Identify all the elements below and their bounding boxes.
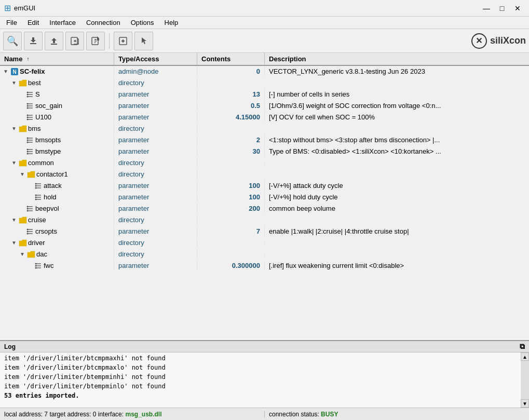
menu-item-interface[interactable]: Interface [45,18,80,28]
cell-name-bms: ▼bms [0,124,114,134]
param-icon [26,113,34,121]
table-row[interactable]: beepvolparameter200common beep volume [0,203,529,214]
table-row[interactable]: ▼bestdirectory [0,77,529,89]
svg-point-23 [27,116,29,118]
toolbar-separator [109,33,110,49]
menu-item-help[interactable]: Help [160,18,183,28]
cell-contents-contactor1 [197,173,265,175]
menu-item-options[interactable]: Options [127,18,158,28]
param-icon [26,136,34,144]
silixcon-icon: ✕ [471,33,487,49]
table-row[interactable]: ▼dacdirectory [0,249,529,260]
table-row[interactable]: bmstypeparameter30Type of BMS: <0:disabl… [0,146,529,157]
log-scroll-up[interactable]: ▲ [521,353,529,361]
table-row[interactable]: fwcparameter0.300000[.iref] flux weakeni… [0,260,529,272]
log-restore-icon[interactable]: ⧉ [520,342,525,351]
status-busy: BUSY [321,411,338,418]
cell-type-best: directory [114,78,197,88]
root-icon: N [10,67,19,76]
cell-name-bmstype: bmstype [0,146,114,157]
cell-contents-bmsopts: 2 [197,135,265,145]
svg-rect-1 [51,44,57,45]
log-line: 53 entries imported. [4,391,517,400]
log-wrapper: item '/driver/limiter/btcmpmaxhi' not fo… [0,353,529,408]
upload-button[interactable] [45,32,63,50]
svg-point-65 [35,265,37,266]
log-scrollbar[interactable]: ▲ ▼ [521,353,529,408]
node-label-fwc: fwc [44,262,54,269]
title-bar-controls: — □ ✕ [479,3,525,14]
svg-point-40 [35,183,37,184]
cell-name-bmsopts: bmsopts [0,135,114,145]
maximize-button[interactable]: □ [495,3,509,14]
cell-desc-best [265,82,529,84]
import-button[interactable] [65,32,84,50]
cell-contents-fwc: 0.300000 [197,261,265,270]
main-area: Name ↑ Type/Access Contents Description … [0,53,529,420]
cell-contents-root: 0 [197,66,265,76]
close-button[interactable]: ✕ [510,3,525,14]
table-row[interactable]: attackparameter100[-V/+%] attack duty cy… [0,180,529,192]
cell-desc-attack: [-V/+%] attack duty cycle [265,181,529,191]
expand-btn-root[interactable]: ▼ [2,68,9,75]
menu-item-edit[interactable]: Edit [23,18,43,28]
search-button[interactable]: 🔍 [3,32,22,50]
param-icon [34,262,43,270]
status-left: local address: 7 target address: 0 inter… [0,411,265,418]
log-scroll-thumb[interactable] [521,361,529,399]
expand-btn-best[interactable]: ▼ [10,79,18,87]
menu-item-connection[interactable]: Connection [82,18,125,28]
cell-desc-U100: [V] OCV for cell when SOC = 100% [265,112,529,122]
minimize-button[interactable]: — [479,3,494,14]
svg-point-30 [27,141,29,143]
folder-icon [19,125,27,133]
expand-btn-contactor1[interactable]: ▼ [19,171,26,178]
cell-name-U100: U100 [0,112,114,123]
silixcon-text: siliXcon [490,35,526,46]
export-button[interactable] [86,32,105,50]
expand-btn-driver[interactable]: ▼ [10,239,18,247]
tree-table[interactable]: ▼NSC-felixadmin@node0VECTOR_LYNX_generic… [0,66,529,340]
status-address-text: local address: 7 target address: 0 inter… [4,411,125,418]
table-row[interactable]: ▼commondirectory [0,157,529,169]
svg-point-64 [35,263,37,264]
svg-point-48 [35,198,37,200]
column-header-description: Description [265,53,529,65]
param-icon [26,90,34,99]
cell-desc-bmsopts: <1:stop without bms> <3:stop after bms d… [265,135,529,145]
column-header-name: Name ↑ [0,53,114,65]
table-row[interactable]: U100parameter4.15000[V] OCV for cell whe… [0,112,529,123]
log-scroll-down[interactable]: ▼ [521,399,529,408]
cell-contents-dac [197,253,265,255]
pointer-button[interactable] [134,32,153,50]
table-row[interactable]: ▼driverdirectory [0,237,529,249]
cell-desc-bmstype: Type of BMS: <0:disabled> <1:siliXcon> <… [265,146,529,156]
menu-item-file[interactable]: File [2,18,21,28]
table-row[interactable]: ▼contactor1directory [0,169,529,180]
expand-btn-common[interactable]: ▼ [10,159,18,167]
download-button[interactable] [24,32,43,50]
node-label-bmsopts: bmsopts [35,136,61,144]
table-row[interactable]: bmsoptsparameter2<1:stop without bms> <3… [0,134,529,146]
table-row[interactable]: Sparameter13[-] number of cells in serie… [0,89,529,100]
expand-btn-dac[interactable]: ▼ [19,251,26,258]
table-row[interactable]: ▼bmsdirectory [0,123,529,134]
expand-btn-bms[interactable]: ▼ [10,125,18,132]
table-row[interactable]: ▼cruisedirectory [0,214,529,226]
add-button[interactable] [114,32,132,50]
status-connection-text: connection status: [269,411,321,418]
svg-point-10 [27,91,29,93]
cell-desc-driver [265,242,529,244]
table-row[interactable]: crsoptsparameter7enable |1:walk| |2:crui… [0,226,529,237]
svg-point-22 [27,114,29,116]
cell-type-S: parameter [114,89,197,99]
cell-desc-S: [-] number of cells in series [265,89,529,99]
table-row[interactable]: soc_gainparameter0.5[1/Ohm/3.6] weight o… [0,100,529,112]
table-row[interactable]: ▼NSC-felixadmin@node0VECTOR_LYNX_generic… [0,66,529,77]
cell-name-crsopts: crsopts [0,226,114,237]
svg-point-42 [35,187,37,188]
node-label-attack: attack [44,182,62,189]
table-row[interactable]: holdparameter100[-V/+%] hold duty cycle [0,192,529,203]
expand-btn-cruise[interactable]: ▼ [10,216,18,224]
cell-desc-contactor1 [265,173,529,175]
